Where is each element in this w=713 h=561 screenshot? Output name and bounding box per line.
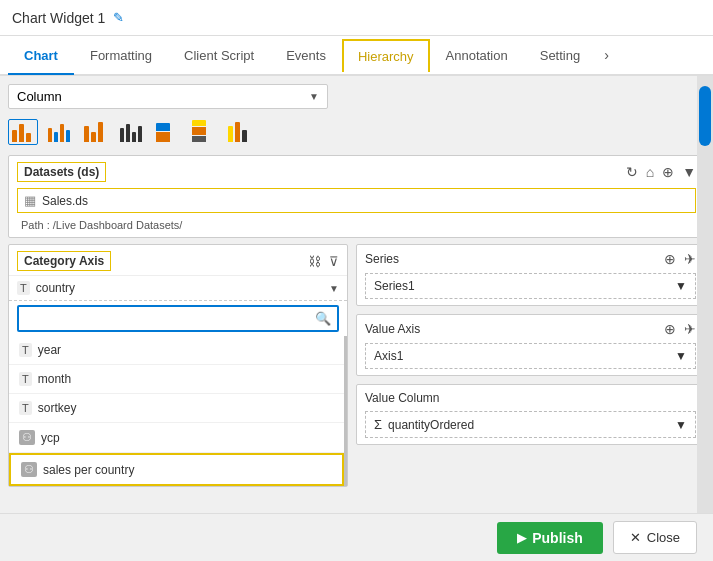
field-item-month-label: month <box>38 372 71 386</box>
tab-formatting[interactable]: Formatting <box>74 38 168 75</box>
search-icon: 🔍 <box>309 307 337 330</box>
left-panel: Category Axis ⛓ ⊽ T country ▼ 🔍 <box>8 244 348 505</box>
datasets-item[interactable]: ▦ Sales.ds <box>17 188 696 213</box>
datasets-arrow-icon[interactable]: ▼ <box>682 164 696 180</box>
title-bar: Chart Widget 1 ✎ <box>0 0 713 36</box>
value-axis-actions: ⊕ ✈ <box>664 321 696 337</box>
tab-more-icon[interactable]: › <box>596 37 617 73</box>
chart-type-bar-4[interactable] <box>116 119 146 145</box>
publish-label: Publish <box>532 530 583 546</box>
field-item-spc-label: sales per country <box>43 463 134 477</box>
value-column-header: Value Column <box>365 391 696 405</box>
category-axis-search-input[interactable] <box>19 308 309 330</box>
datasets-add-icon[interactable]: ⊕ <box>662 164 674 180</box>
datasets-header: Datasets (ds) ↻ ⌂ ⊕ ▼ <box>13 160 700 184</box>
value-column-value: quantityOrdered <box>388 418 474 432</box>
category-axis-filter-icon[interactable]: ⊽ <box>329 254 339 269</box>
tab-chart[interactable]: Chart <box>8 38 74 75</box>
value-axis-nav-icon[interactable]: ✈ <box>684 321 696 337</box>
category-axis-actions: ⛓ ⊽ <box>308 254 339 269</box>
chart-icons-row <box>8 115 705 149</box>
datasets-section: Datasets (ds) ↻ ⌂ ⊕ ▼ ▦ Sales.ds Path : … <box>8 155 705 238</box>
value-column-section: Value Column Σ quantityOrdered ▼ <box>356 384 705 445</box>
category-axis-dropdown-arrow: ▼ <box>329 283 339 294</box>
window-title: Chart Widget 1 <box>12 10 105 26</box>
scrollbar-thumb[interactable] <box>699 86 711 146</box>
chart-type-bar-7[interactable] <box>224 119 254 145</box>
field-type-icon: T <box>17 281 30 295</box>
close-label: Close <box>647 530 680 545</box>
tab-client-script[interactable]: Client Script <box>168 38 270 75</box>
field-type-ycp-icon: ⚇ <box>19 430 35 445</box>
chart-type-dropdown[interactable]: Column ▼ <box>8 84 328 109</box>
chart-type-arrow-icon: ▼ <box>309 91 319 102</box>
field-item-ycp-label: ycp <box>41 431 60 445</box>
chart-type-bar-3[interactable] <box>80 119 110 145</box>
right-panel: Series ⊕ ✈ Series1 ▼ Value Axis ⊕ <box>356 244 705 505</box>
datasets-actions: ↻ ⌂ ⊕ ▼ <box>626 164 696 180</box>
value-axis-header: Value Axis ⊕ ✈ <box>365 321 696 337</box>
chart-type-bar-5[interactable] <box>152 119 182 145</box>
field-type-year-icon: T <box>19 343 32 357</box>
two-col-layout: Category Axis ⛓ ⊽ T country ▼ 🔍 <box>8 244 705 505</box>
field-type-month-icon: T <box>19 372 32 386</box>
field-type-sortkey-icon: T <box>19 401 32 415</box>
tab-setting[interactable]: Setting <box>524 38 596 75</box>
sigma-icon: Σ <box>374 417 382 432</box>
main-content: Column ▼ <box>0 76 713 513</box>
value-column-dropdown[interactable]: Σ quantityOrdered ▼ <box>365 411 696 438</box>
edit-title-icon[interactable]: ✎ <box>113 10 124 25</box>
tab-hierarchy[interactable]: Hierarchy <box>342 39 430 72</box>
series-label: Series <box>365 252 399 266</box>
series-header: Series ⊕ ✈ <box>365 251 696 267</box>
value-axis-label: Value Axis <box>365 322 420 336</box>
chart-type-bar-1[interactable] <box>8 119 38 145</box>
tab-annotation[interactable]: Annotation <box>430 38 524 75</box>
scrollbar[interactable] <box>697 76 713 513</box>
series-nav-icon[interactable]: ✈ <box>684 251 696 267</box>
category-axis-field-list: T year T month T sortkey ⚇ ycp <box>9 336 347 486</box>
tab-bar: Chart Formatting Client Script Events Hi… <box>0 36 713 76</box>
datasets-label: Datasets (ds) <box>17 162 106 182</box>
field-item-year-label: year <box>38 343 61 357</box>
category-axis-selected-field: T country <box>17 281 75 295</box>
tab-events[interactable]: Events <box>270 38 342 75</box>
chart-type-bar-6[interactable] <box>188 119 218 145</box>
field-item-sortkey[interactable]: T sortkey <box>9 394 344 423</box>
field-item-ycp[interactable]: ⚇ ycp <box>9 423 344 453</box>
field-type-spc-icon: ⚇ <box>21 462 37 477</box>
field-item-year[interactable]: T year <box>9 336 344 365</box>
datasets-item-name: Sales.ds <box>42 194 88 208</box>
value-axis-section: Value Axis ⊕ ✈ Axis1 ▼ <box>356 314 705 376</box>
chart-type-bar-2[interactable] <box>44 119 74 145</box>
category-axis-label: Category Axis <box>17 251 111 271</box>
value-axis-add-icon[interactable]: ⊕ <box>664 321 676 337</box>
publish-button[interactable]: ▶ Publish <box>497 522 603 554</box>
value-axis-dropdown-arrow: ▼ <box>675 349 687 363</box>
field-item-month[interactable]: T month <box>9 365 344 394</box>
value-axis-value: Axis1 <box>374 349 403 363</box>
category-axis-header: Category Axis ⛓ ⊽ <box>9 245 347 275</box>
value-axis-dropdown[interactable]: Axis1 ▼ <box>365 343 696 369</box>
series-dropdown-arrow: ▼ <box>675 279 687 293</box>
datasets-path: Path : /Live Dashboard Datasets/ <box>13 217 700 233</box>
category-axis-link-icon[interactable]: ⛓ <box>308 254 321 269</box>
bottom-toolbar: ▶ Publish ✕ Close <box>0 513 713 561</box>
datasets-home-icon[interactable]: ⌂ <box>646 164 654 180</box>
series-value: Series1 <box>374 279 415 293</box>
series-actions: ⊕ ✈ <box>664 251 696 267</box>
series-section: Series ⊕ ✈ Series1 ▼ <box>356 244 705 306</box>
datasets-item-icon: ▦ <box>24 193 36 208</box>
close-button[interactable]: ✕ Close <box>613 521 697 554</box>
datasets-refresh-icon[interactable]: ↻ <box>626 164 638 180</box>
field-item-sales-per-country[interactable]: ⚇ sales per country <box>9 453 344 486</box>
publish-play-icon: ▶ <box>517 531 526 545</box>
close-x-icon: ✕ <box>630 530 641 545</box>
field-item-sortkey-label: sortkey <box>38 401 77 415</box>
category-axis-section: Category Axis ⛓ ⊽ T country ▼ 🔍 <box>8 244 348 487</box>
series-add-icon[interactable]: ⊕ <box>664 251 676 267</box>
value-column-label: Value Column <box>365 391 439 405</box>
category-axis-field-dropdown[interactable]: T country ▼ <box>9 275 347 301</box>
series-dropdown[interactable]: Series1 ▼ <box>365 273 696 299</box>
category-axis-search-box: 🔍 <box>17 305 339 332</box>
